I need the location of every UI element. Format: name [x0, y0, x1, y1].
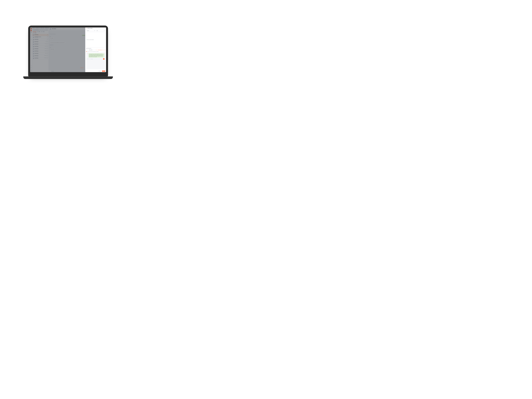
panel-body: 01/01/2023 12:00 Canal 1 | +55 (11) 9 12… [85, 29, 106, 70]
time-field[interactable]: 12:00 [96, 30, 105, 32]
schedule-button[interactable]: Agendar [102, 70, 105, 72]
chevron-down-icon [104, 39, 105, 40]
dest-my-tab-button[interactable]: Minha aba Meus [86, 49, 95, 51]
edit-message-button[interactable]: ✎ [104, 53, 105, 54]
panel-composer: Mensagem [87, 58, 104, 60]
screen: Meus 0Campanha 16Pingando 999+Pendentes … [30, 27, 106, 72]
svg-rect-17 [94, 31, 95, 31]
emoji-icon[interactable] [87, 59, 88, 59]
hide-username-checkbox[interactable]: ✓ Não quero que meu nome de usuário apar… [86, 51, 105, 52]
schedule-message-panel: Agendar mensagem × 01/01/2023 12:00 [85, 27, 106, 72]
svg-rect-20 [89, 59, 89, 59]
panel-header: Agendar mensagem × [85, 27, 106, 29]
preview-text: Lorem ipsum dolor sit amet, consectetur … [89, 54, 104, 57]
destination-label: Destino do atendimento [86, 48, 105, 49]
channel-select[interactable]: Canal 1 | +55 (11) 9 1234 5678 [86, 32, 105, 47]
panel-title: Agendar mensagem [88, 28, 93, 29]
message-preview: ✉ ✎ Lorem ipsum dolor sit amet, consecte… [86, 52, 105, 69]
dest-department-select[interactable]: Nome do departa… [96, 49, 105, 51]
date-field[interactable]: 01/01/2023 [86, 30, 95, 32]
channel-value: Canal 1 | +55 (11) 9 1234 5678 [88, 39, 94, 40]
date-value: 01/01/2023 [87, 31, 89, 31]
panel-footer: Cancelar Agendar [85, 70, 106, 72]
hide-username-label: Não quero que meu nome de usuário apareç… [87, 51, 99, 52]
mic-icon[interactable] [89, 59, 90, 59]
chevron-down-icon [102, 50, 103, 50]
checkbox-checked-icon: ✓ [86, 51, 87, 52]
time-value: 12:00 [97, 31, 98, 31]
send-button[interactable] [103, 58, 104, 60]
cancel-button[interactable]: Cancelar [98, 70, 101, 72]
panel-input-placeholder: Mensagem [91, 59, 93, 59]
panel-message-input[interactable]: Mensagem [90, 58, 103, 60]
laptop-frame: Meus 0Campanha 16Pingando 999+Pendentes … [28, 25, 108, 77]
clock-icon [104, 30, 105, 31]
attach-icon[interactable] [88, 59, 89, 59]
clock-icon [86, 28, 87, 29]
status-dot [87, 40, 87, 40]
close-button[interactable]: × [105, 28, 105, 29]
bot-avatar: ✉ [87, 53, 88, 54]
svg-point-19 [87, 59, 88, 59]
preview-bubble: ✎ Lorem ipsum dolor sit amet, consectetu… [89, 53, 104, 58]
calendar-icon [94, 30, 95, 31]
